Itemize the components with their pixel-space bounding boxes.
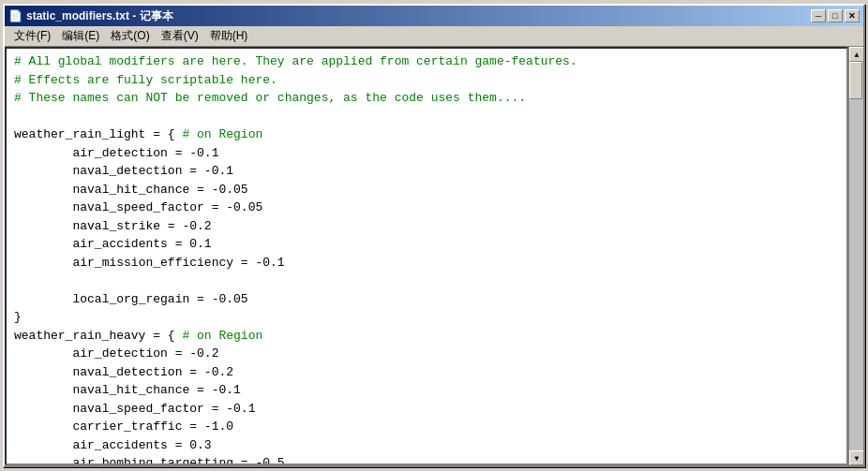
main-window: 📄 static_modifiers.txt - 记事本 ─ □ ✕ 文件(F)… (3, 4, 865, 467)
maximize-button[interactable]: □ (828, 9, 843, 22)
scrollbar-thumb[interactable] (849, 62, 862, 99)
menu-edit[interactable]: 编辑(E) (56, 26, 105, 46)
menu-bar: 文件(F) 编辑(E) 格式(O) 查看(V) 帮助(H) (5, 26, 863, 47)
minimize-button[interactable]: ─ (811, 9, 826, 22)
app-icon: 📄 (8, 9, 22, 22)
scroll-down-button[interactable]: ▼ (849, 450, 863, 465)
scroll-up-button[interactable]: ▲ (849, 47, 863, 62)
window-title: static_modifiers.txt - 记事本 (26, 8, 173, 24)
title-bar-text: 📄 static_modifiers.txt - 记事本 (8, 8, 173, 24)
title-bar: 📄 static_modifiers.txt - 记事本 ─ □ ✕ (5, 6, 863, 26)
text-editor[interactable]: # All global modifiers are here. They ar… (5, 47, 848, 465)
content-area: # All global modifiers are here. They ar… (5, 47, 863, 465)
close-button[interactable]: ✕ (845, 9, 860, 22)
menu-view[interactable]: 查看(V) (156, 26, 204, 46)
menu-format[interactable]: 格式(O) (105, 26, 155, 46)
scrollbar-track[interactable] (849, 62, 863, 450)
menu-help[interactable]: 帮助(H) (204, 26, 254, 46)
menu-file[interactable]: 文件(F) (8, 26, 56, 46)
title-buttons: ─ □ ✕ (811, 9, 860, 22)
vertical-scrollbar: ▲ ▼ (848, 47, 863, 465)
